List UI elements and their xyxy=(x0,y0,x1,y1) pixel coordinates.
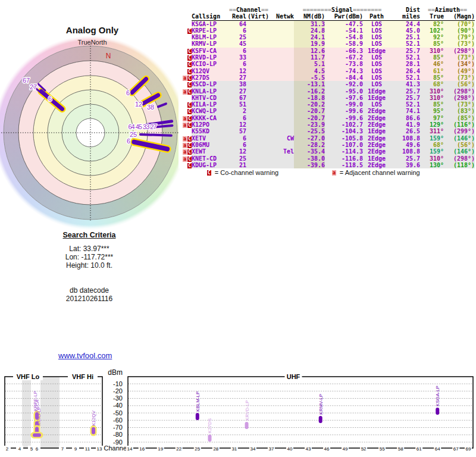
virtual-channel-cell xyxy=(246,40,269,47)
nm-db-cell: -35.4 xyxy=(294,148,325,155)
warning-badges: C xyxy=(178,27,192,34)
azimuth-magn-cell: (49°) xyxy=(444,68,475,74)
table-row: KBLM-LP2524.1-54.8LOS25.192°(79°) xyxy=(178,34,475,40)
azimuth-magn-cell: (73°) xyxy=(444,54,475,61)
power-dbm-cell: -92.0 xyxy=(325,81,363,87)
nm-db-cell: 31.3 xyxy=(294,20,325,27)
warning-badges: aC xyxy=(178,115,192,121)
distance-cell: 25.7 xyxy=(390,48,420,54)
warning-badges xyxy=(178,40,192,47)
real-channel-cell: 12 xyxy=(228,68,246,74)
col-header-path: Path xyxy=(363,13,390,20)
legend-adjacent-channel: a= Adjacent channel warning xyxy=(331,169,420,176)
network-cell xyxy=(269,48,294,54)
azimuth-magn-cell: (73°) xyxy=(444,40,475,47)
channel-tick-label: 25 xyxy=(195,446,200,452)
azimuth-true-cell: 68° xyxy=(420,81,444,87)
dbm-axis-label: dBm xyxy=(108,368,123,377)
virtual-channel-cell xyxy=(246,101,269,108)
azimuth-true-cell: 130° xyxy=(420,162,444,168)
channel-tick-label: 43 xyxy=(306,446,311,452)
azimuth-true-cell: 159° xyxy=(420,148,444,155)
channel-tick-label: 4 xyxy=(18,446,21,452)
azimuth-true-cell: 310° xyxy=(420,88,444,95)
path-cell: 2Edge xyxy=(363,121,390,128)
co-channel-warning-icon: C xyxy=(187,55,192,61)
channel-tick-label: 61 xyxy=(416,446,422,452)
azimuth-magn-cell: (298°) xyxy=(444,88,475,95)
co-channel-warning-icon: C xyxy=(187,76,192,81)
azimuth-true-cell: 85° xyxy=(420,40,444,47)
dbm-tick-label: -50 xyxy=(113,409,123,417)
distance-cell: 25.7 xyxy=(390,155,420,162)
azimuth-true-cell: 68° xyxy=(420,142,444,148)
warning-badges: aC xyxy=(178,148,192,155)
azimuth-magn-cell: (90°) xyxy=(444,27,475,34)
callsign-cell: XETV xyxy=(192,135,228,142)
signal-callsign-label: KBLM-LP xyxy=(195,392,201,412)
azimuth-magn-cell: (298°) xyxy=(444,48,475,54)
table-row: aCK12PO12-23.9-102.72Edge41.9129°(116°) xyxy=(178,121,475,128)
callsign-cell: K27DS xyxy=(192,74,228,81)
dbm-tick-label: -20 xyxy=(113,387,123,395)
true-north-label: TrueNorth xyxy=(0,39,184,46)
channel-tick-label: 2 xyxy=(6,446,9,452)
virtual-channel-cell xyxy=(246,34,269,40)
power-dbm-cell: -99.6 xyxy=(325,108,363,114)
callsign-cell: KSGA-LP xyxy=(192,20,228,27)
group-header-azimuth: ==Azimuth== xyxy=(420,7,475,13)
callsign-cell: KHTV-CD xyxy=(192,95,228,101)
distance-cell: 26.4 xyxy=(390,68,420,74)
azimuth-magn-cell: (299°) xyxy=(444,128,475,134)
power-dbm-cell: -107.0 xyxy=(325,142,363,148)
power-dbm-cell: -73.8 xyxy=(325,61,363,67)
virtual-channel-cell xyxy=(246,162,269,168)
callsign-cell: KNLA-LP xyxy=(192,88,228,95)
distance-cell: 39.6 xyxy=(390,162,420,168)
table-row: aCK27DS27-5.5-84.4LOS52.185°(73°) xyxy=(178,74,475,81)
channel-axis-label: Channel xyxy=(104,445,129,452)
network-cell xyxy=(269,108,294,114)
spectrum-chart: -10-20-30-40-50-60-70-80-90VHF LoVHF HiU… xyxy=(0,368,476,457)
col-header-miles: miles xyxy=(390,13,420,20)
path-cell: LOS xyxy=(363,68,390,74)
channel-tick-label: 28 xyxy=(213,446,218,452)
callsign-cell: KDUG-LP xyxy=(192,162,228,168)
azimuth-true-cell: 95° xyxy=(420,108,444,114)
callsign-cell: K12QV xyxy=(192,68,228,74)
power-dbm-cell: -105.8 xyxy=(325,135,363,142)
tvfool-link[interactable]: www.tvfool.com xyxy=(58,351,112,360)
table-row: aCKNLA-LP27-16.2-95.01Edge25.7310°(298°) xyxy=(178,88,475,95)
col-header-callsign: Callsign xyxy=(192,13,228,20)
power-dbm-cell: -67.2 xyxy=(325,54,363,61)
azimuth-magn-cell: (73°) xyxy=(444,101,475,108)
signal-callsign-label: KRMV-LP xyxy=(318,394,324,415)
callsign-cell: KRPE-LP xyxy=(192,27,228,34)
co-channel-warning-icon: C xyxy=(187,102,192,108)
network-cell xyxy=(269,95,294,101)
distance-cell: 52.1 xyxy=(390,54,420,61)
azimuth-true-cell: 159° xyxy=(420,135,444,142)
nm-db-cell: -18.8 xyxy=(294,95,325,101)
azimuth-magn-cell: (146°) xyxy=(444,135,475,142)
network-cell xyxy=(269,155,294,162)
station-table: ==Channel==========Signal========Dist==A… xyxy=(178,7,475,168)
radar-panel: N612382566672764 45 33 27 xyxy=(0,24,190,250)
warning-badges: C xyxy=(178,68,192,74)
distance-cell: 25.7 xyxy=(390,88,420,95)
azimuth-true-cell: 310° xyxy=(420,155,444,162)
callsign-cell: K55KD xyxy=(192,128,228,134)
distance-cell: 52.1 xyxy=(390,74,420,81)
channel-tick-label: 34 xyxy=(250,446,255,452)
network-cell xyxy=(269,68,294,74)
azimuth-magn-cell: (118°) xyxy=(444,162,475,168)
real-channel-cell: 51 xyxy=(228,101,246,108)
channel-tick-label: 52 xyxy=(361,446,367,452)
band-label-uhf: UHF xyxy=(287,373,300,380)
signal-callsign-label: KCIO-LP xyxy=(36,406,42,425)
virtual-channel-cell xyxy=(246,74,269,81)
co-channel-warning-icon: C xyxy=(187,82,192,87)
channel-tick-label: 40 xyxy=(287,446,293,452)
power-dbm-cell: -104.3 xyxy=(325,128,363,134)
table-column-header: CallsignReal(Virt)NetwkNM(dB)Pwr(dBm)Pat… xyxy=(178,13,475,20)
